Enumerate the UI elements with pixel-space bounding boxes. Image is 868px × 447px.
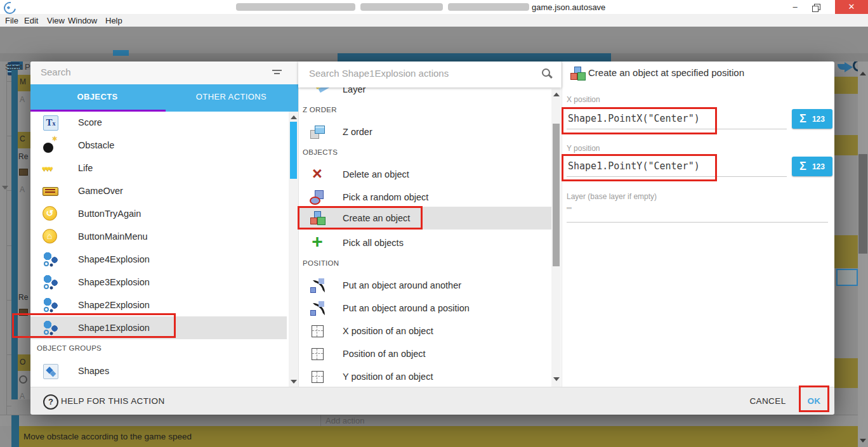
banner-icon	[42, 183, 58, 199]
particles-icon	[42, 297, 58, 313]
menu-view[interactable]: View	[47, 15, 65, 26]
action-label: Pick a random object	[343, 186, 428, 209]
event-text-fragment: A	[20, 392, 25, 401]
z-order-icon	[309, 124, 326, 140]
action-item-pick-all-objects[interactable]: Pick all objects	[298, 231, 551, 254]
action-label: Y position of an object	[343, 365, 433, 388]
action-list-scrollbar[interactable]	[551, 89, 561, 387]
layer-field-value[interactable]: ""	[567, 206, 572, 214]
action-item-put-around-position[interactable]: Put an object around a position	[298, 297, 551, 320]
scroll-up-icon[interactable]	[553, 93, 560, 96]
event-text-fragment: M	[20, 77, 26, 86]
event-expander-icon	[2, 186, 8, 190]
event-condition-row	[834, 135, 858, 155]
object-item-gameover[interactable]: GameOver	[30, 179, 287, 202]
menu-window[interactable]: Window	[68, 15, 97, 26]
action-label: Delete an object	[343, 163, 409, 186]
add-action-link: Add action	[326, 416, 364, 425]
object-label: Obstacle	[78, 134, 114, 157]
particles-icon	[42, 274, 58, 290]
event-text-fragment: A	[20, 185, 25, 194]
random-object-icon	[309, 189, 326, 205]
dialog-footer: HELP FOR THIS ACTION CANCEL OK	[30, 387, 834, 415]
event-condition-row	[834, 235, 858, 268]
filter-icon[interactable]	[270, 65, 287, 81]
object-item-score[interactable]: Score	[30, 111, 287, 134]
scroll-up-icon[interactable]	[860, 72, 866, 75]
scroll-down-icon[interactable]	[860, 439, 866, 443]
object-item-shape4explosion[interactable]: Shape4Explosion	[30, 248, 287, 271]
object-label: Score	[78, 111, 102, 134]
scroll-up-icon[interactable]	[291, 115, 297, 119]
create-object-icon	[569, 65, 586, 82]
event-text-fragment: Re	[18, 152, 28, 161]
menu-help[interactable]: Help	[105, 15, 122, 26]
numbers-icon: 123	[812, 162, 825, 171]
toolbar	[0, 27, 868, 53]
section-header-zorder: Z ORDER	[303, 106, 337, 113]
minimize-button[interactable]: –	[786, 0, 805, 14]
object-item-buttonmainmenu[interactable]: ButtonMainMenu	[30, 225, 287, 248]
object-label: Shape3Explosion	[78, 271, 150, 294]
x-expression-button[interactable]: Σ 123	[792, 109, 832, 129]
object-item-life[interactable]: Life	[30, 157, 287, 179]
close-button[interactable]: ✕	[835, 0, 868, 14]
event-text-fragment: O	[20, 358, 25, 366]
object-tabs: OBJECTS OTHER ACTIONS	[30, 84, 298, 112]
scroll-down-icon[interactable]	[553, 377, 560, 381]
scrollbar-thumb[interactable]	[858, 154, 867, 254]
menu-edit[interactable]: Edit	[24, 15, 38, 26]
object-item-buttontryagain[interactable]: ButtonTryAgain	[30, 202, 287, 225]
tab-other-actions[interactable]: OTHER ACTIONS	[164, 84, 298, 110]
action-label: Put an object around a position	[343, 297, 470, 320]
delete-object-icon	[309, 166, 326, 183]
search-icon	[541, 67, 557, 84]
scrollbar-thumb[interactable]	[290, 122, 297, 179]
object-item-obstacle[interactable]: Obstacle	[30, 134, 287, 157]
y-expression-button[interactable]: Σ 123	[792, 157, 832, 176]
object-label: Life	[78, 157, 93, 179]
scrollbar-thumb[interactable]	[553, 124, 560, 266]
annotation-shape1explosion	[12, 313, 176, 338]
section-header-objects: OBJECTS	[303, 148, 338, 156]
tab-objects[interactable]: OBJECTS	[30, 84, 164, 110]
event-text-fragment: A	[20, 95, 25, 104]
annotation-x-position	[562, 107, 717, 134]
event-indent-bar	[11, 415, 19, 447]
event-indent-bar	[11, 70, 18, 399]
object-label: Shapes	[78, 360, 109, 382]
action-item-delete-an-object[interactable]: Delete an object	[298, 163, 551, 186]
title-bar: game.json.autosave – ✕	[0, 0, 868, 14]
help-button[interactable]: HELP FOR THIS ACTION	[61, 387, 165, 415]
cancel-button[interactable]: CANCEL	[747, 387, 788, 415]
action-item-put-around-another[interactable]: Put an object around another	[298, 274, 551, 297]
layer-field-label: Layer (base layer if empty)	[567, 192, 657, 201]
action-search-input[interactable]	[308, 67, 526, 79]
gdevelop-window: game.json.autosave – ✕ File Edit View Wi…	[0, 0, 868, 447]
action-label: Put an object around another	[343, 274, 461, 297]
scroll-down-icon[interactable]	[291, 380, 297, 384]
position-icon	[312, 371, 324, 383]
object-item-shapes-group[interactable]: Shapes	[30, 360, 287, 382]
action-item-x-position[interactable]: X position of an object	[298, 320, 551, 342]
sigma-icon: Σ	[799, 160, 806, 173]
action-label: Position of an object	[343, 342, 426, 365]
home-button-icon	[42, 228, 58, 245]
event-tree-tick	[6, 245, 11, 246]
action-item-position[interactable]: Position of an object	[298, 342, 551, 365]
action-item-y-position[interactable]: Y position of an object	[298, 365, 551, 388]
blurred-title-segment	[448, 3, 529, 11]
action-label: Z order	[343, 120, 372, 143]
menu-file[interactable]: File	[5, 15, 18, 26]
events-scrollbar[interactable]	[858, 62, 868, 447]
object-label: ButtonMainMenu	[78, 225, 148, 248]
object-item-shape3explosion[interactable]: Shape3Explosion	[30, 271, 287, 294]
action-item-pick-a-random-object[interactable]: Pick a random object	[298, 186, 551, 209]
object-search-input[interactable]	[39, 66, 239, 78]
annotation-ok-button	[799, 385, 829, 412]
event-tree-tick	[6, 354, 11, 355]
object-list-scrollbar[interactable]	[289, 112, 298, 387]
restore-button[interactable]	[806, 0, 825, 14]
action-item-z-order[interactable]: Z order	[298, 120, 551, 143]
field-underline	[567, 222, 828, 223]
